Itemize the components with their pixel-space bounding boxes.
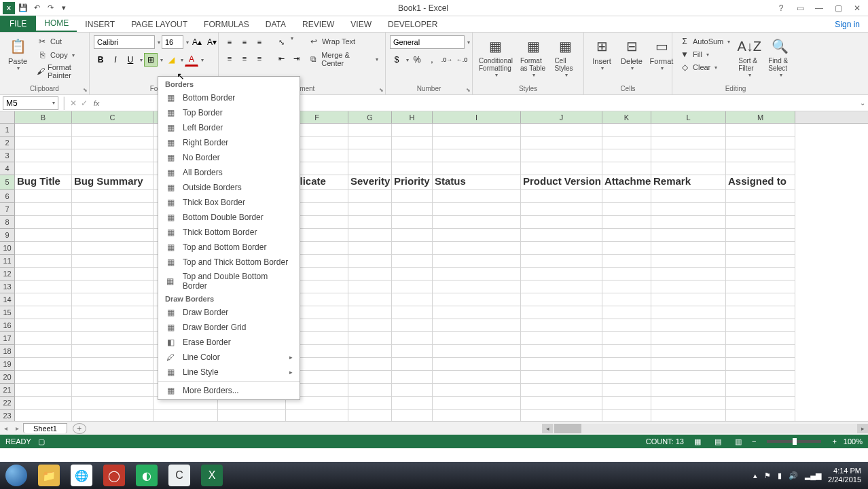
cell-B4[interactable]: [15, 162, 72, 175]
cell-K6[interactable]: [602, 190, 651, 203]
cell-I9[interactable]: [433, 229, 521, 242]
cell-B17[interactable]: [15, 332, 72, 345]
fill-button[interactable]: ▼Fill▾: [676, 48, 733, 60]
cell-J7[interactable]: [521, 203, 602, 216]
row-header-17[interactable]: 17: [0, 332, 15, 345]
cell-J4[interactable]: [521, 162, 602, 175]
number-launcher[interactable]: ⬊: [466, 87, 471, 93]
cell-H10[interactable]: [392, 242, 433, 255]
start-button[interactable]: [0, 462, 33, 489]
cell-I17[interactable]: [433, 332, 521, 345]
cell-C17[interactable]: [72, 332, 153, 345]
cell-K17[interactable]: [602, 332, 651, 345]
border-option[interactable]: ▦Top and Double Bottom Border: [158, 270, 300, 293]
border-option[interactable]: ▦Top and Bottom Border: [158, 240, 300, 255]
column-header-L[interactable]: L: [651, 111, 726, 123]
volume-icon[interactable]: 🔊: [789, 471, 798, 480]
cell-I15[interactable]: [433, 306, 521, 319]
row-header-2[interactable]: 2: [0, 137, 15, 149]
cell-I5[interactable]: Status: [433, 175, 521, 190]
cell-I12[interactable]: [433, 268, 521, 280]
row-header-11[interactable]: 11: [0, 255, 15, 268]
cell-J12[interactable]: [521, 268, 602, 280]
cell-C16[interactable]: [72, 319, 153, 332]
cell-H18[interactable]: [392, 345, 433, 358]
cell-C1[interactable]: [72, 124, 153, 137]
bold-button[interactable]: B: [94, 53, 107, 67]
cell-G10[interactable]: [348, 242, 392, 255]
row-header-18[interactable]: 18: [0, 345, 15, 358]
border-option[interactable]: ▦Outside Borders: [158, 180, 300, 195]
font-name-input[interactable]: [94, 35, 155, 49]
cell-I19[interactable]: [433, 358, 521, 371]
cell-I4[interactable]: [433, 162, 521, 175]
row-header-1[interactable]: 1: [0, 124, 15, 137]
tab-nav-next[interactable]: ▸: [12, 424, 23, 432]
cell-C18[interactable]: [72, 345, 153, 358]
chevron-down-icon[interactable]: ▾: [181, 57, 183, 63]
alignment-launcher[interactable]: ⬊: [379, 87, 384, 93]
border-option[interactable]: ◧Erase Border: [158, 335, 300, 350]
cell-M7[interactable]: [726, 203, 795, 216]
qat-customize-icon[interactable]: ▾: [58, 3, 69, 14]
cell-L6[interactable]: [651, 190, 726, 203]
cell-I13[interactable]: [433, 280, 521, 293]
row-header-6[interactable]: 6: [0, 190, 15, 203]
border-option[interactable]: ▦Top Border: [158, 105, 300, 120]
cell-L8[interactable]: [651, 216, 726, 229]
border-option[interactable]: ▦Thick Bottom Border: [158, 225, 300, 240]
row-header-16[interactable]: 16: [0, 319, 15, 332]
chevron-down-icon[interactable]: ▾: [160, 57, 163, 63]
cell-H22[interactable]: [392, 397, 433, 410]
align-middle-button[interactable]: ≡: [238, 35, 251, 49]
cell-I21[interactable]: [433, 384, 521, 397]
find-select-button[interactable]: 🔍 Find & Select▾: [765, 35, 795, 79]
tray-clock[interactable]: 4:14 PM 2/24/2015: [828, 467, 861, 484]
format-cells-button[interactable]: ▭ Format▾: [648, 35, 675, 73]
cell-K19[interactable]: [602, 358, 651, 371]
page-break-view-button[interactable]: ▥: [731, 437, 745, 446]
insert-tab[interactable]: INSERT: [77, 17, 123, 32]
cell-G11[interactable]: [348, 255, 392, 268]
row-header-19[interactable]: 19: [0, 358, 15, 371]
cell-B22[interactable]: [15, 397, 72, 410]
camtasia-taskbar[interactable]: C: [163, 462, 196, 489]
decrease-font-button[interactable]: A▾: [205, 35, 219, 49]
copy-button[interactable]: ⎘Copy▾: [34, 49, 85, 61]
save-icon[interactable]: 💾: [18, 3, 29, 14]
cell-I6[interactable]: [433, 190, 521, 203]
add-sheet-button[interactable]: +: [73, 423, 86, 434]
tray-up-icon[interactable]: ▴: [753, 471, 757, 480]
chevron-down-icon[interactable]: ▾: [201, 57, 204, 63]
decrease-decimal-button[interactable]: ←.0: [455, 53, 469, 67]
sheet-tab-sheet1[interactable]: Sheet1: [23, 423, 67, 433]
column-header-H[interactable]: H: [392, 111, 433, 123]
cell-C4[interactable]: [72, 162, 153, 175]
scroll-thumb[interactable]: [554, 424, 581, 433]
cell-G22[interactable]: [348, 397, 392, 410]
cell-C23[interactable]: [72, 410, 153, 421]
insert-cells-button[interactable]: ⊞ Insert▾: [588, 35, 615, 73]
column-header-B[interactable]: B: [15, 111, 72, 123]
cell-J16[interactable]: [521, 319, 602, 332]
cell-B12[interactable]: [15, 268, 72, 280]
percent-button[interactable]: %: [410, 53, 424, 67]
cell-G16[interactable]: [348, 319, 392, 332]
cell-C14[interactable]: [72, 293, 153, 306]
cell-J23[interactable]: [521, 410, 602, 421]
row-header-4[interactable]: 4: [0, 162, 15, 175]
cell-C11[interactable]: [72, 255, 153, 268]
cell-G2[interactable]: [348, 137, 392, 149]
developer-tab[interactable]: DEVELOPER: [380, 17, 446, 32]
select-all-button[interactable]: [0, 111, 15, 123]
row-header-3[interactable]: 3: [0, 149, 15, 162]
excel-taskbar[interactable]: X: [196, 462, 228, 489]
format-as-table-button[interactable]: ▦ Format as Table▾: [518, 35, 549, 79]
cell-I20[interactable]: [433, 371, 521, 384]
cell-M20[interactable]: [726, 371, 795, 384]
increase-decimal-button[interactable]: .0→: [440, 53, 454, 67]
cell-G18[interactable]: [348, 345, 392, 358]
cell-B20[interactable]: [15, 371, 72, 384]
horizontal-scrollbar[interactable]: ◂ ▸: [542, 424, 868, 433]
ribbon-options-button[interactable]: ▭: [793, 3, 807, 14]
